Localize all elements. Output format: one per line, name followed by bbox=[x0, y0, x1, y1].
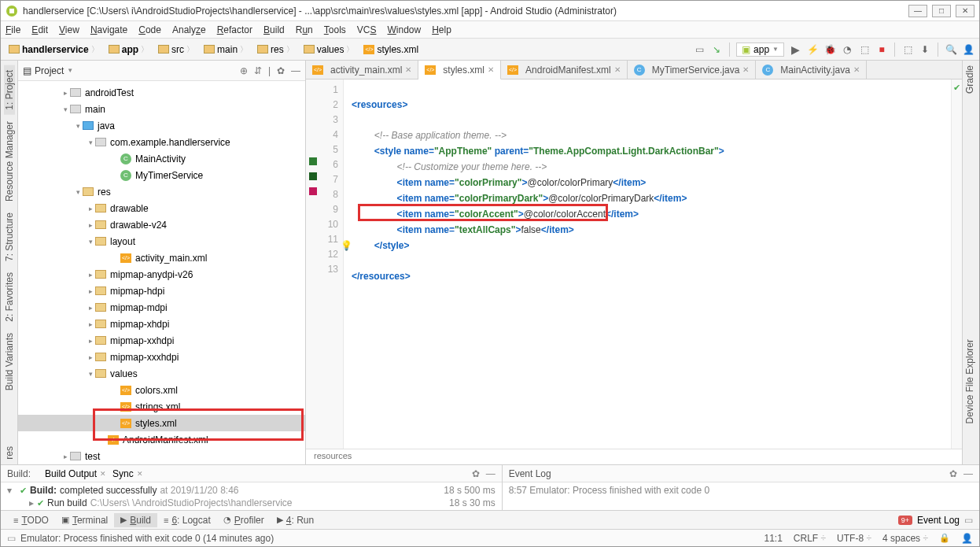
stop-button[interactable]: ■ bbox=[875, 43, 888, 56]
tree-row[interactable]: </>styles.xml bbox=[18, 415, 305, 431]
tree-row[interactable]: </>activity_main.xml bbox=[18, 249, 305, 266]
minimize-button[interactable]: — bbox=[908, 5, 927, 17]
bottom-tool-logcat[interactable]: ≡6: Logcat bbox=[157, 513, 217, 527]
indent-setting[interactable]: 4 spaces ÷ bbox=[882, 533, 928, 544]
hide-icon[interactable]: — bbox=[291, 65, 300, 76]
tree-row[interactable]: ▸mipmap-xxhdpi bbox=[18, 332, 305, 349]
menu-refactor[interactable]: Refactor bbox=[217, 24, 252, 35]
tree-twistie-icon[interactable]: ▾ bbox=[86, 139, 95, 146]
tool-structure[interactable]: 7: Structure bbox=[4, 208, 15, 266]
line-separator[interactable]: CRLF ÷ bbox=[794, 533, 826, 544]
tree-twistie-icon[interactable]: ▾ bbox=[86, 238, 95, 246]
tree-twistie-icon[interactable]: ▸ bbox=[86, 304, 95, 312]
event-log-button[interactable]: Event Log bbox=[917, 515, 960, 526]
tree-twistie-icon[interactable]: ▾ bbox=[73, 122, 83, 130]
device-selector-icon[interactable]: ▭ bbox=[693, 43, 706, 56]
menu-file[interactable]: File bbox=[6, 24, 20, 35]
debug-button[interactable]: 🐞 bbox=[823, 43, 836, 56]
tree-row[interactable]: ▸drawable bbox=[18, 200, 305, 216]
tree-twistie-icon[interactable]: ▸ bbox=[61, 89, 70, 97]
tree-twistie-icon[interactable]: ▸ bbox=[86, 320, 95, 328]
breadcrumb-item[interactable]: main〉 bbox=[201, 43, 251, 57]
tool-build-variants[interactable]: Build Variants bbox=[4, 328, 15, 395]
build-row[interactable]: ▸✔Run build C:\Users\ \AndroidStudioProj… bbox=[7, 497, 496, 509]
breadcrumb-item[interactable]: </>styles.xml bbox=[360, 43, 422, 57]
editor-tab[interactable]: </>activity_main.xml✕ bbox=[306, 61, 418, 79]
tree-twistie-icon[interactable]: ▾ bbox=[86, 370, 95, 378]
tree-row[interactable]: ▸mipmap-xhdpi bbox=[18, 316, 305, 332]
menu-window[interactable]: Window bbox=[387, 24, 421, 35]
tree-twistie-icon[interactable]: ▸ bbox=[61, 453, 70, 460]
tree-twistie-icon[interactable]: ▸ bbox=[86, 205, 95, 213]
attach-debugger-icon[interactable]: ⬚ bbox=[858, 43, 871, 56]
editor-tab[interactable]: </>AndroidManifest.xml✕ bbox=[501, 61, 628, 79]
tree-row[interactable]: ▾values bbox=[18, 365, 305, 382]
profile-icon[interactable]: ◔ bbox=[841, 43, 853, 56]
settings-icon[interactable]: ✿ bbox=[949, 468, 957, 479]
bottom-tool-build[interactable]: ▶Build bbox=[114, 513, 157, 527]
tree-row[interactable]: ▸test bbox=[18, 448, 305, 464]
sdk-manager-icon[interactable]: ⬇ bbox=[919, 43, 931, 56]
tree-row[interactable]: ▸drawable-v24 bbox=[18, 216, 305, 233]
editor-tab[interactable]: CMainActivity.java✕ bbox=[756, 61, 866, 79]
status-icon[interactable]: ▭ bbox=[7, 533, 16, 544]
breadcrumb-item[interactable]: res〉 bbox=[254, 43, 297, 57]
tool-gradle[interactable]: Gradle bbox=[963, 61, 977, 98]
tree-twistie-icon[interactable]: ▸ bbox=[86, 337, 95, 345]
close-tab-icon[interactable]: ✕ bbox=[405, 65, 411, 74]
tool-device-file-explorer[interactable]: Device File Explorer bbox=[963, 334, 977, 428]
tree-twistie-icon[interactable]: ▸ bbox=[86, 221, 95, 229]
tree-row[interactable]: ▸androidTest bbox=[18, 84, 305, 101]
tree-twistie-icon[interactable]: ▾ bbox=[73, 188, 83, 196]
tree-row[interactable]: ▾res bbox=[18, 183, 305, 200]
run-config-selector[interactable]: ▣ app ▼ bbox=[736, 43, 784, 57]
tree-row[interactable]: ▸mipmap-xxxhdpi bbox=[18, 349, 305, 365]
tool-favorites[interactable]: 2: Favorites bbox=[4, 268, 15, 327]
maximize-button[interactable]: □ bbox=[932, 5, 951, 17]
run-button[interactable]: ▶ bbox=[789, 43, 801, 56]
menu-edit[interactable]: Edit bbox=[31, 24, 48, 35]
tool-resource-manager[interactable]: Resource Manager bbox=[4, 116, 15, 206]
breadcrumb-item[interactable]: values〉 bbox=[300, 43, 358, 57]
menu-code[interactable]: Code bbox=[138, 24, 161, 35]
tree-row[interactable]: CMainActivity bbox=[18, 150, 305, 167]
menu-analyze[interactable]: Analyze bbox=[172, 24, 206, 35]
settings-icon[interactable]: ✿ bbox=[277, 65, 285, 76]
avd-manager-icon[interactable]: ⬚ bbox=[901, 43, 914, 56]
tool-res[interactable]: res bbox=[4, 442, 15, 464]
close-tab-icon[interactable]: ✕ bbox=[488, 65, 494, 74]
tree-twistie-icon[interactable]: ▸ bbox=[86, 271, 95, 279]
menu-tools[interactable]: Tools bbox=[324, 24, 346, 35]
expand-all-icon[interactable]: ⇵ bbox=[254, 65, 262, 76]
hide-icon[interactable]: — bbox=[963, 468, 973, 479]
menu-run[interactable]: Run bbox=[296, 24, 313, 35]
tree-row[interactable]: ▾layout bbox=[18, 233, 305, 249]
right-gutter[interactable]: ✔ bbox=[951, 79, 962, 449]
tree-row[interactable]: CMyTimerService bbox=[18, 167, 305, 183]
editor-tab[interactable]: </>styles.xml✕ bbox=[418, 61, 501, 79]
tree-row[interactable]: ▸mipmap-mdpi bbox=[18, 299, 305, 316]
bottom-tool-profiler[interactable]: ◔Profiler bbox=[217, 513, 271, 527]
build-row[interactable]: ▾✔Build: completed successfully at 2019/… bbox=[7, 484, 496, 497]
sync-icon[interactable]: ↘ bbox=[710, 43, 723, 56]
editor-breadcrumb[interactable]: resources bbox=[306, 449, 962, 464]
tree-row[interactable]: ▾com.example.handlerservice bbox=[18, 134, 305, 150]
hide-icon[interactable]: — bbox=[486, 468, 496, 479]
tree-twistie-icon[interactable]: ▸ bbox=[86, 287, 95, 295]
tree-row[interactable]: </>strings.xml bbox=[18, 398, 305, 415]
breadcrumb-item[interactable]: src〉 bbox=[155, 43, 197, 57]
menu-vcs[interactable]: VCS bbox=[357, 24, 377, 35]
tree-row[interactable]: </>colors.xml bbox=[18, 382, 305, 398]
caret-position[interactable]: 11:1 bbox=[764, 533, 782, 544]
user-icon[interactable]: 👤 bbox=[962, 43, 974, 56]
breadcrumb-item[interactable]: app〉 bbox=[105, 43, 152, 57]
code-editor[interactable]: <resources> <!-- Base application theme.… bbox=[344, 79, 951, 449]
menu-navigate[interactable]: Navigate bbox=[90, 24, 127, 35]
close-tab-icon[interactable]: ✕ bbox=[614, 65, 621, 74]
apply-changes-icon[interactable]: ⚡ bbox=[806, 43, 819, 56]
readonly-icon[interactable]: 🔒 bbox=[939, 533, 950, 543]
tree-row[interactable]: </>AndroidManifest.xml bbox=[18, 431, 305, 448]
file-encoding[interactable]: UTF-8 ÷ bbox=[837, 533, 871, 544]
tree-twistie-icon[interactable]: ▾ bbox=[61, 105, 70, 113]
breadcrumb-item[interactable]: handlerservice〉 bbox=[6, 43, 102, 57]
